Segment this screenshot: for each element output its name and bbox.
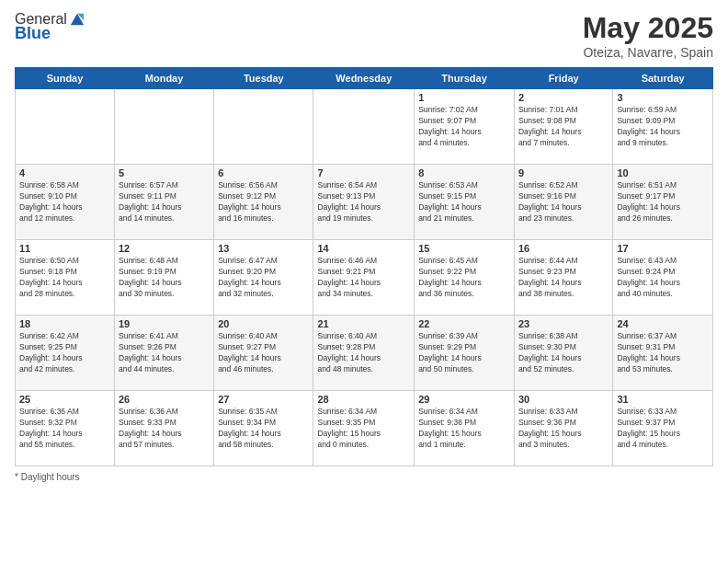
day-info: Sunrise: 6:39 AM Sunset: 9:29 PM Dayligh…: [418, 331, 510, 375]
day-info: Sunrise: 6:34 AM Sunset: 9:35 PM Dayligh…: [317, 407, 410, 451]
day-info: Sunrise: 6:52 AM Sunset: 9:16 PM Dayligh…: [518, 180, 609, 224]
day-info: Sunrise: 7:01 AM Sunset: 9:08 PM Dayligh…: [518, 105, 609, 149]
day-number: 4: [19, 167, 110, 178]
day-info: Sunrise: 6:45 AM Sunset: 9:22 PM Dayligh…: [418, 256, 510, 300]
calendar-cell: 17Sunrise: 6:43 AM Sunset: 9:24 PM Dayli…: [613, 240, 713, 316]
col-thursday: Thursday: [415, 68, 515, 89]
calendar-cell: [214, 89, 313, 165]
day-info: Sunrise: 6:43 AM Sunset: 9:24 PM Dayligh…: [617, 256, 709, 300]
day-info: Sunrise: 6:56 AM Sunset: 9:12 PM Dayligh…: [218, 180, 309, 224]
day-number: 5: [119, 167, 210, 178]
day-number: 20: [218, 318, 309, 329]
calendar-week-3: 11Sunrise: 6:50 AM Sunset: 9:18 PM Dayli…: [16, 240, 713, 316]
calendar-cell: 29Sunrise: 6:34 AM Sunset: 9:36 PM Dayli…: [415, 391, 515, 466]
day-info: Sunrise: 6:40 AM Sunset: 9:28 PM Dayligh…: [317, 331, 410, 375]
calendar-cell: 27Sunrise: 6:35 AM Sunset: 9:34 PM Dayli…: [214, 391, 313, 466]
day-info: Sunrise: 6:33 AM Sunset: 9:37 PM Dayligh…: [617, 407, 709, 451]
calendar-cell: 19Sunrise: 6:41 AM Sunset: 9:26 PM Dayli…: [115, 316, 214, 391]
day-info: Sunrise: 6:59 AM Sunset: 9:09 PM Dayligh…: [617, 105, 709, 149]
calendar-cell: 5Sunrise: 6:57 AM Sunset: 9:11 PM Daylig…: [115, 165, 214, 240]
day-info: Sunrise: 6:35 AM Sunset: 9:34 PM Dayligh…: [218, 407, 309, 451]
day-info: Sunrise: 6:51 AM Sunset: 9:17 PM Dayligh…: [617, 180, 709, 224]
calendar-cell: 22Sunrise: 6:39 AM Sunset: 9:29 PM Dayli…: [415, 316, 515, 391]
col-tuesday: Tuesday: [214, 68, 313, 89]
month-title: May 2025: [583, 11, 713, 45]
day-info: Sunrise: 6:54 AM Sunset: 9:13 PM Dayligh…: [317, 180, 410, 224]
calendar-week-2: 4Sunrise: 6:58 AM Sunset: 9:10 PM Daylig…: [16, 165, 713, 240]
location-subtitle: Oteiza, Navarre, Spain: [583, 45, 713, 60]
day-number: 26: [119, 394, 210, 405]
calendar-cell: 15Sunrise: 6:45 AM Sunset: 9:22 PM Dayli…: [415, 240, 515, 316]
calendar-cell: 31Sunrise: 6:33 AM Sunset: 9:37 PM Dayli…: [613, 391, 713, 466]
calendar-cell: 10Sunrise: 6:51 AM Sunset: 9:17 PM Dayli…: [613, 165, 713, 240]
calendar-cell: 8Sunrise: 6:53 AM Sunset: 9:15 PM Daylig…: [415, 165, 515, 240]
day-info: Sunrise: 6:42 AM Sunset: 9:25 PM Dayligh…: [19, 331, 110, 375]
day-info: Sunrise: 6:37 AM Sunset: 9:31 PM Dayligh…: [617, 331, 709, 375]
day-number: 16: [518, 243, 609, 254]
calendar-cell: 14Sunrise: 6:46 AM Sunset: 9:21 PM Dayli…: [313, 240, 415, 316]
day-info: Sunrise: 6:53 AM Sunset: 9:15 PM Dayligh…: [418, 180, 510, 224]
day-number: 21: [317, 318, 410, 329]
calendar-cell: 2Sunrise: 7:01 AM Sunset: 9:08 PM Daylig…: [514, 89, 612, 165]
day-number: 1: [418, 92, 510, 103]
calendar-cell: 18Sunrise: 6:42 AM Sunset: 9:25 PM Dayli…: [16, 316, 115, 391]
day-info: Sunrise: 6:50 AM Sunset: 9:18 PM Dayligh…: [19, 256, 110, 300]
day-number: 14: [317, 243, 410, 254]
day-number: 18: [19, 318, 110, 329]
calendar-week-4: 18Sunrise: 6:42 AM Sunset: 9:25 PM Dayli…: [16, 316, 713, 391]
day-info: Sunrise: 6:36 AM Sunset: 9:33 PM Dayligh…: [119, 407, 210, 451]
calendar-cell: [16, 89, 115, 165]
day-info: Sunrise: 6:36 AM Sunset: 9:32 PM Dayligh…: [19, 407, 110, 451]
day-number: 19: [119, 318, 210, 329]
day-info: Sunrise: 6:33 AM Sunset: 9:36 PM Dayligh…: [518, 407, 609, 451]
day-number: 13: [218, 243, 309, 254]
calendar-cell: 13Sunrise: 6:47 AM Sunset: 9:20 PM Dayli…: [214, 240, 313, 316]
day-number: 25: [19, 394, 110, 405]
day-info: Sunrise: 6:57 AM Sunset: 9:11 PM Dayligh…: [119, 180, 210, 224]
calendar-cell: 26Sunrise: 6:36 AM Sunset: 9:33 PM Dayli…: [115, 391, 214, 466]
calendar-header-row: Sunday Monday Tuesday Wednesday Thursday…: [16, 68, 713, 89]
day-number: 23: [518, 318, 609, 329]
day-number: 22: [418, 318, 510, 329]
calendar-cell: 12Sunrise: 6:48 AM Sunset: 9:19 PM Dayli…: [115, 240, 214, 316]
col-monday: Monday: [115, 68, 214, 89]
day-number: 28: [317, 394, 410, 405]
day-number: 31: [617, 394, 709, 405]
day-info: Sunrise: 6:48 AM Sunset: 9:19 PM Dayligh…: [119, 256, 210, 300]
calendar-cell: 20Sunrise: 6:40 AM Sunset: 9:27 PM Dayli…: [214, 316, 313, 391]
calendar-cell: 3Sunrise: 6:59 AM Sunset: 9:09 PM Daylig…: [613, 89, 713, 165]
day-info: Sunrise: 6:47 AM Sunset: 9:20 PM Dayligh…: [218, 256, 309, 300]
day-number: 2: [518, 92, 609, 103]
calendar-cell: 1Sunrise: 7:02 AM Sunset: 9:07 PM Daylig…: [415, 89, 515, 165]
calendar-week-5: 25Sunrise: 6:36 AM Sunset: 9:32 PM Dayli…: [16, 391, 713, 466]
day-info: Sunrise: 6:41 AM Sunset: 9:26 PM Dayligh…: [119, 331, 210, 375]
calendar-cell: 9Sunrise: 6:52 AM Sunset: 9:16 PM Daylig…: [514, 165, 612, 240]
day-number: 8: [418, 167, 510, 178]
calendar-cell: 30Sunrise: 6:33 AM Sunset: 9:36 PM Dayli…: [514, 391, 612, 466]
calendar-cell: 24Sunrise: 6:37 AM Sunset: 9:31 PM Dayli…: [613, 316, 713, 391]
col-saturday: Saturday: [613, 68, 713, 89]
day-number: 17: [617, 243, 709, 254]
calendar-cell: 21Sunrise: 6:40 AM Sunset: 9:28 PM Dayli…: [313, 316, 415, 391]
page: General Blue May 2025 Oteiza, Navarre, S…: [0, 0, 728, 563]
day-info: Sunrise: 7:02 AM Sunset: 9:07 PM Dayligh…: [418, 105, 510, 149]
calendar-cell: 28Sunrise: 6:34 AM Sunset: 9:35 PM Dayli…: [313, 391, 415, 466]
calendar-cell: 16Sunrise: 6:44 AM Sunset: 9:23 PM Dayli…: [514, 240, 612, 316]
day-number: 10: [617, 167, 709, 178]
logo: General Blue: [15, 11, 85, 43]
daylight-label: Daylight hours: [21, 472, 80, 482]
day-info: Sunrise: 6:38 AM Sunset: 9:30 PM Dayligh…: [518, 331, 609, 375]
calendar-table: Sunday Monday Tuesday Wednesday Thursday…: [15, 67, 713, 466]
calendar-cell: 7Sunrise: 6:54 AM Sunset: 9:13 PM Daylig…: [313, 165, 415, 240]
logo-icon: [69, 11, 85, 28]
calendar-cell: 11Sunrise: 6:50 AM Sunset: 9:18 PM Dayli…: [16, 240, 115, 316]
day-number: 11: [19, 243, 110, 254]
day-number: 3: [617, 92, 709, 103]
day-info: Sunrise: 6:58 AM Sunset: 9:10 PM Dayligh…: [19, 180, 110, 224]
day-number: 7: [317, 167, 410, 178]
day-number: 15: [418, 243, 510, 254]
calendar-week-1: 1Sunrise: 7:02 AM Sunset: 9:07 PM Daylig…: [16, 89, 713, 165]
calendar-cell: 6Sunrise: 6:56 AM Sunset: 9:12 PM Daylig…: [214, 165, 313, 240]
day-number: 24: [617, 318, 709, 329]
col-sunday: Sunday: [16, 68, 115, 89]
